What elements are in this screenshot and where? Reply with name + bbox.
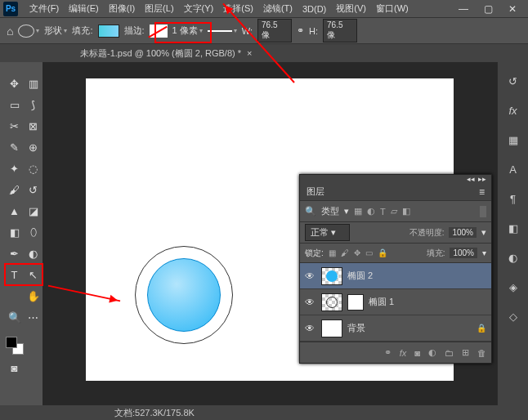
gradient-tool[interactable]: ◧ (7, 224, 23, 240)
layer-name[interactable]: 背景 (347, 322, 365, 334)
menu-window[interactable]: 窗口(W) (371, 2, 414, 15)
fill-opacity-input[interactable]: 100% (450, 248, 477, 258)
close-icon[interactable]: × (247, 48, 252, 58)
zoom-tool[interactable]: 🔍 (7, 309, 23, 325)
blend-mode-dropdown[interactable]: 正常 ▾ (305, 224, 350, 241)
menu-edit[interactable]: 编辑(E) (64, 2, 104, 15)
height-input[interactable]: 76.5 像 (323, 19, 357, 42)
lock-artboard-icon[interactable]: ▭ (365, 248, 373, 257)
link-layers-icon[interactable]: ⚭ (384, 347, 392, 358)
swatches-panel-icon[interactable]: ▦ (506, 132, 521, 147)
ellipse-shape-tool[interactable] (7, 288, 23, 304)
quickmask-tool[interactable]: ◙ (7, 360, 23, 376)
layer-thumb[interactable] (321, 267, 342, 285)
collapse-icon[interactable]: ◂◂ (467, 175, 475, 183)
eraser-tool[interactable]: ◪ (25, 203, 42, 219)
menu-view[interactable]: 视图(V) (331, 2, 371, 15)
type-tool[interactable]: T (7, 266, 23, 283)
shape-tool-preset[interactable]: ▾ (18, 25, 39, 38)
layer-name[interactable]: 椭圆 1 (369, 296, 394, 308)
color-swatches[interactable] (6, 337, 24, 355)
close-button[interactable]: ✕ (500, 1, 525, 17)
hand-tool[interactable]: ✋ (25, 288, 42, 304)
paths-panel-icon[interactable]: ◇ (506, 309, 521, 324)
layer-thumb[interactable] (321, 319, 342, 337)
fx-panel-icon[interactable]: fx (506, 103, 521, 118)
layer-row[interactable]: 👁 椭圆 1 (300, 289, 491, 315)
filter-smart-icon[interactable]: ◧ (402, 206, 410, 217)
home-icon[interactable]: ⌂ (7, 25, 13, 38)
menu-image[interactable]: 图像(I) (104, 2, 140, 15)
stroke-color-swatch[interactable] (150, 25, 168, 38)
chevron-down-icon[interactable]: ▾ (481, 227, 486, 238)
dodge-tool[interactable]: ◐ (25, 245, 42, 261)
fill-color-swatch[interactable] (98, 25, 119, 38)
character-panel-icon[interactable]: A (506, 162, 521, 176)
width-input[interactable]: 76.5 像 (257, 19, 292, 42)
adjustments-panel-icon[interactable]: ◐ (506, 250, 521, 265)
stroke-style-dropdown[interactable]: ▾ (208, 27, 237, 34)
edit-toolbar[interactable]: ⋯ (25, 309, 42, 325)
frame-tool[interactable]: ⊠ (25, 118, 42, 134)
brush-tool[interactable]: 🖌 (7, 181, 23, 198)
close-icon[interactable]: ▸▸ (478, 175, 486, 183)
visibility-icon[interactable]: 👁 (305, 270, 316, 282)
stamp-tool[interactable]: ▲ (7, 203, 23, 219)
history-panel-icon[interactable]: ↺ (506, 74, 521, 88)
filter-type-icon[interactable]: T (380, 207, 386, 217)
panel-drag-handle[interactable]: ◂◂▸▸ (300, 175, 491, 183)
menu-type[interactable]: 文字(Y) (179, 2, 219, 15)
doc-size-label[interactable]: 文档:527.3K/175.8K (114, 407, 195, 419)
lock-position-icon[interactable]: ✥ (354, 248, 360, 257)
panel-title-bar[interactable]: 图层 ≡ (300, 183, 491, 201)
minimize-button[interactable]: — (451, 1, 476, 17)
mask-icon[interactable]: ◙ (414, 348, 420, 358)
artboard-tool[interactable]: ▥ (25, 75, 42, 92)
layer-mask-thumb[interactable] (347, 294, 364, 311)
new-layer-icon[interactable]: ⊞ (462, 347, 469, 358)
visibility-icon[interactable]: 👁 (305, 297, 316, 308)
layers-panel-icon[interactable]: ◧ (506, 221, 521, 235)
maximize-button[interactable]: ▢ (476, 1, 500, 17)
adjustment-layer-icon[interactable]: ◐ (428, 347, 436, 358)
marquee-tool[interactable]: ▭ (7, 96, 23, 113)
group-icon[interactable]: 🗀 (445, 348, 454, 358)
paragraph-panel-icon[interactable]: ¶ (506, 191, 521, 206)
blur-tool[interactable]: ⬯ (25, 224, 42, 240)
fg-color[interactable] (6, 337, 17, 348)
panel-menu-icon[interactable]: ≡ (479, 186, 485, 198)
lasso-tool[interactable]: ⟆ (25, 96, 42, 113)
link-wh-icon[interactable]: ⚭ (297, 25, 304, 36)
layer-name[interactable]: 椭圆 2 (347, 270, 373, 282)
lock-transparent-icon[interactable]: ▦ (329, 248, 336, 257)
crop-tool[interactable]: ✂ (7, 118, 23, 134)
menu-layer[interactable]: 图层(L) (140, 2, 178, 15)
channels-panel-icon[interactable]: ◈ (506, 279, 521, 294)
visibility-icon[interactable]: 👁 (305, 323, 316, 334)
filter-type-label[interactable]: 类型 (321, 205, 339, 217)
filter-adjust-icon[interactable]: ◐ (367, 206, 375, 217)
delete-layer-icon[interactable]: 🗑 (477, 348, 486, 358)
menu-file[interactable]: 文件(F) (25, 2, 64, 15)
menu-3d[interactable]: 3D(D) (298, 4, 331, 14)
pen-tool[interactable]: ✒ (7, 245, 23, 261)
search-icon[interactable]: 🔍 (305, 206, 316, 217)
layer-thumb[interactable] (321, 293, 342, 311)
layer-row[interactable]: 👁 椭圆 2 (300, 263, 491, 289)
heal-tool[interactable]: ⊕ (25, 139, 42, 155)
select-tool[interactable]: ◌ (25, 160, 42, 176)
lock-all-icon[interactable]: 🔒 (378, 248, 387, 257)
chevron-down-icon[interactable]: ▾ (482, 248, 486, 257)
fx-icon[interactable]: fx (400, 348, 407, 358)
shape-mode-dropdown[interactable]: 形状 ▾ (44, 25, 67, 37)
opacity-input[interactable]: 100% (449, 227, 477, 238)
wand-tool[interactable]: ✦ (7, 160, 23, 176)
menu-filter[interactable]: 滤镜(T) (258, 2, 298, 15)
filter-pixel-icon[interactable]: ▦ (354, 206, 362, 217)
lock-paint-icon[interactable]: 🖌 (341, 248, 349, 257)
history-brush-tool[interactable]: ↺ (25, 181, 42, 198)
layer-row[interactable]: 👁 背景 🔒 (300, 315, 491, 342)
move-tool[interactable]: ✥ (7, 75, 23, 92)
stroke-width-dropdown[interactable]: 1 像素 ▾ (172, 25, 203, 37)
path-select-tool[interactable]: ↖ (25, 266, 42, 283)
